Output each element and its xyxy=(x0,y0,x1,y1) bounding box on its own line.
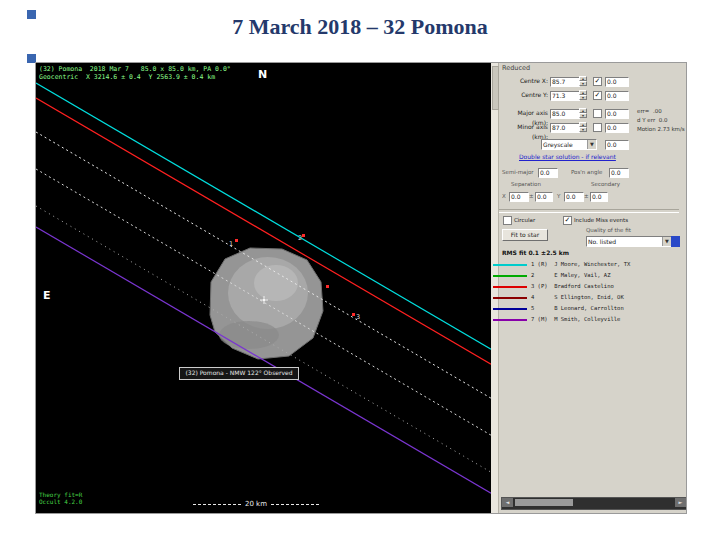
observer-row: 4 S Ellington, Enid, OK xyxy=(491,293,686,303)
separation-label: Separation xyxy=(511,181,541,187)
chart-header-text: (32) Pomona 2018 Mar 7 85.0 x 85.0 km, P… xyxy=(39,65,231,81)
quality-dropdown-accent xyxy=(671,236,680,247)
minor-axis-err-input[interactable]: 0.0 xyxy=(605,123,629,133)
occultation-app-window: (32) Pomona 2018 Mar 7 85.0 x 85.0 km, P… xyxy=(35,62,687,514)
centre-y-checkbox[interactable]: ✓ xyxy=(593,91,602,100)
checkbox-row: Circular ✓ Include Miss events xyxy=(491,215,686,226)
scale-bar: 20 km xyxy=(166,500,346,508)
centre-x-spinner[interactable]: ▴▾ xyxy=(579,76,587,86)
major-axis-input[interactable]: 85.0 xyxy=(550,109,580,119)
centre-x-checkbox[interactable]: ✓ xyxy=(593,77,602,86)
reduction-control-panel: Reduced Centre X: 85.7 ▴▾ ✓ 0.0 Centre Y… xyxy=(491,63,686,513)
field-row-semi-pa: Semi-major 0.0 Pos'n angle 0.0 xyxy=(491,167,686,178)
fit-error-notes: err= .00 d Y err 0.0 Motion 2.73 km/s xyxy=(637,107,685,134)
fit-to-star-button[interactable]: Fit to star xyxy=(502,229,548,241)
observer-name: 4 S Ellington, Enid, OK xyxy=(531,293,624,302)
chord-contact-tick xyxy=(352,313,355,316)
observer-name: 3 (P) Bradford Castelino xyxy=(531,282,614,291)
include-miss-checkbox[interactable]: ✓ xyxy=(563,216,572,225)
centre-y-input[interactable]: 71.3 xyxy=(550,91,580,101)
observer-name: 1 (R) J Moore, Winchester, TX xyxy=(531,260,630,269)
scroll-right-icon[interactable]: ► xyxy=(675,498,686,507)
major-axis-checkbox[interactable] xyxy=(593,109,602,118)
centre-y-err-input[interactable]: 0.0 xyxy=(605,91,629,101)
scale-dash xyxy=(193,504,241,505)
rms-fit-label: RMS fit 0.1 ±2.5 km xyxy=(502,249,569,256)
observer-row: 5 B Leonard, Carrollton xyxy=(491,304,686,314)
chord-plot-svg xyxy=(36,63,491,513)
secondary-x-err-input[interactable]: 0.0 xyxy=(535,192,553,202)
secondary-y-input[interactable]: 0.0 xyxy=(564,192,584,202)
horizontal-scrollbar[interactable]: ◄ ► xyxy=(501,497,686,510)
circular-label: Circular xyxy=(514,217,535,223)
major-axis-err-input[interactable]: 0.0 xyxy=(605,109,629,119)
north-label: N xyxy=(258,68,267,81)
panel-title: Reduced xyxy=(502,64,530,72)
observer-color-line xyxy=(493,308,527,310)
scroll-left-icon[interactable]: ◄ xyxy=(502,498,513,507)
chevron-down-icon[interactable]: ▼ xyxy=(587,140,596,149)
centre-x-input[interactable]: 85.7 xyxy=(550,77,580,87)
minor-axis-input[interactable]: 87.0 xyxy=(550,123,580,133)
chord-contact-tick xyxy=(302,234,305,237)
observer-color-line xyxy=(493,286,527,288)
quality-of-fit-label: Quality of the fit xyxy=(586,227,631,233)
observer-name: 7 (M) M Smith, Colleyville xyxy=(531,315,620,324)
divider xyxy=(499,209,679,213)
chord-contact-tick xyxy=(235,239,238,242)
vertical-scrollbar-thumb[interactable] xyxy=(492,66,499,110)
include-miss-label: Include Miss events xyxy=(574,217,628,223)
semi-major-input[interactable]: 0.0 xyxy=(538,168,558,178)
centre-x-err-input[interactable]: 0.0 xyxy=(605,77,629,87)
east-label: E xyxy=(43,289,51,302)
x-label: X xyxy=(502,193,506,199)
major-axis-spinner[interactable]: ▴▾ xyxy=(579,108,587,118)
field-row-centre-y: Centre Y: 71.3 ▴▾ ✓ 0.0 xyxy=(491,90,686,101)
y-label: Y xyxy=(557,193,560,199)
circular-checkbox[interactable] xyxy=(503,216,512,225)
horizontal-scrollbar-thumb[interactable] xyxy=(515,499,573,506)
asteroid-caption: (32) Pomona - NMW 122° Observed xyxy=(179,367,299,380)
bullet-square-icon xyxy=(27,10,36,19)
plus-minus-label: ± xyxy=(584,193,589,199)
observer-row: 3 (P) Bradford Castelino xyxy=(491,282,686,292)
observer-row: 1 (R) J Moore, Winchester, TX xyxy=(491,260,686,270)
quality-dropdown[interactable]: No. listed▼ xyxy=(586,236,672,247)
observer-color-line xyxy=(493,264,527,266)
plus-minus-label: ± xyxy=(529,193,534,199)
chevron-down-icon[interactable]: ▼ xyxy=(662,237,671,246)
double-star-link[interactable]: Double star solution - if relevant xyxy=(519,153,616,160)
field-row-greyscale: Greyscale▼ 0.0 xyxy=(491,139,686,150)
minor-axis-checkbox[interactable] xyxy=(593,123,602,132)
slide-title: 7 March 2018 – 32 Pomona xyxy=(0,14,720,40)
chart-footer-text: Theory fit=ROccult 4.2.0 xyxy=(39,491,82,505)
centre-x-label: Centre X: xyxy=(501,76,548,86)
field-row-secondary-xy: X 0.0 ± 0.0 Y 0.0 ± 0.0 xyxy=(491,191,686,202)
observer-name: 2 E Maley, Vail, AZ xyxy=(531,271,610,280)
observer-name: 5 B Leonard, Carrollton xyxy=(531,304,624,313)
greyscale-dropdown[interactable]: Greyscale▼ xyxy=(541,139,597,150)
secondary-x-input[interactable]: 0.0 xyxy=(509,192,529,202)
field-row-centre-x: Centre X: 85.7 ▴▾ ✓ 0.0 xyxy=(491,76,686,87)
minor-axis-spinner[interactable]: ▴▾ xyxy=(579,122,587,132)
secondary-y-err-input[interactable]: 0.0 xyxy=(590,192,608,202)
observer-color-line xyxy=(493,297,527,299)
chord-number-3: 3 xyxy=(356,314,360,320)
chord-number-1: 1 xyxy=(229,241,233,247)
scale-dash xyxy=(271,504,319,505)
secondary-label: Secondary xyxy=(591,181,620,187)
slide: 7 March 2018 – 32 Pomona (32) Pomona xyxy=(0,0,720,540)
chord-contact-tick xyxy=(326,285,329,288)
field-row-secondary-labels: Separation Secondary xyxy=(491,180,686,191)
observer-row: 7 (M) M Smith, Colleyville xyxy=(491,315,686,325)
centre-y-label: Centre Y: xyxy=(501,90,548,100)
position-angle-label: Pos'n angle xyxy=(571,169,602,175)
chord-plot-area: (32) Pomona 2018 Mar 7 85.0 x 85.0 km, P… xyxy=(36,63,491,513)
position-angle-input[interactable]: 0.0 xyxy=(609,168,629,178)
observer-color-line xyxy=(493,275,527,277)
greyscale-err-input[interactable]: 0.0 xyxy=(605,140,629,150)
semi-major-label: Semi-major xyxy=(502,169,534,175)
observer-color-line xyxy=(493,319,527,321)
scale-label: 20 km xyxy=(245,500,267,508)
centre-y-spinner[interactable]: ▴▾ xyxy=(579,90,587,100)
